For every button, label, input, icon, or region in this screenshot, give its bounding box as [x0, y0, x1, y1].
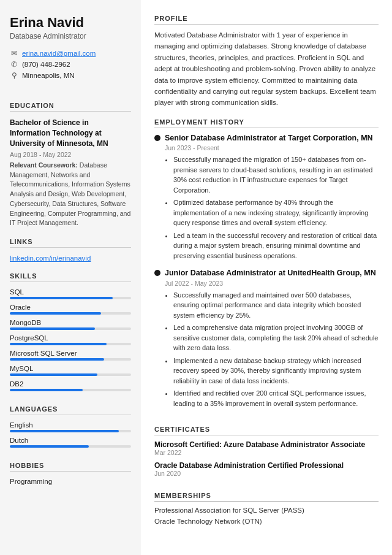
job-block: Junior Database Administrator at UnitedH…	[154, 268, 379, 408]
coursework-label: Relevant Coursework:	[10, 161, 78, 169]
jobs-list: Senior Database Administrator at Target …	[154, 133, 379, 416]
skill-bar-bg	[10, 389, 131, 391]
languages-list: English Dutch	[10, 421, 131, 452]
job-dates: Jul 2022 - May 2023	[165, 280, 379, 287]
location-item: ⚲ Minneapolis, MN	[10, 71, 131, 80]
skill-name: SQL	[10, 288, 131, 296]
candidate-name: Erina Navid	[10, 15, 131, 31]
links-label: LINKS	[10, 238, 131, 248]
skill-bar-fill	[10, 327, 95, 330]
skill-bar-fill	[10, 389, 83, 391]
certificate-block: Microsoft Certified: Azure Database Admi…	[154, 440, 379, 456]
skill-name: MySQL	[10, 365, 131, 372]
skill-bar-fill	[10, 297, 113, 299]
skill-bar-fill	[10, 312, 101, 315]
certificate-block: Oracle Database Administration Certified…	[154, 461, 379, 477]
job-dates: Jun 2023 - Present	[165, 144, 379, 151]
language-item: English	[10, 421, 131, 432]
skill-bar-bg	[10, 373, 131, 376]
skill-name: Oracle	[10, 304, 131, 311]
job-title-line: Junior Database Administrator at UnitedH…	[154, 268, 379, 279]
skill-name: DB2	[10, 380, 131, 388]
edu-coursework: Relevant Coursework: Database Management…	[10, 161, 131, 228]
certificates-list: Microsoft Certified: Azure Database Admi…	[154, 440, 379, 482]
job-title: Junior Database Administrator at UnitedH…	[165, 268, 376, 279]
certificate-date: Mar 2022	[154, 449, 379, 456]
skill-name: Microsoft SQL Server	[10, 350, 131, 357]
job-bullet: Optimized database performance by 40% th…	[173, 197, 379, 228]
skills-list: SQL Oracle MongoDB PostgreSQL Microsoft …	[10, 288, 131, 396]
job-bullet: Successfully managed and maintained over…	[173, 290, 379, 321]
language-bar-bg	[10, 445, 131, 448]
profile-section-label: PROFILE	[154, 15, 379, 25]
hobbies-label: HOBBIES	[10, 462, 131, 472]
skill-item: MongoDB	[10, 319, 131, 330]
profile-text: Motivated Database Administrator with 1 …	[154, 29, 379, 109]
skill-bar-fill	[10, 343, 107, 345]
skill-bar-fill	[10, 373, 97, 376]
edu-degree: Bachelor of Science in Information Techn…	[10, 118, 131, 148]
skill-item: MySQL	[10, 365, 131, 376]
resume-container: Erina Navid Database Administrator ✉ eri…	[0, 0, 392, 555]
hobbies-text: Programming	[10, 478, 131, 485]
skills-label: SKILLS	[10, 272, 131, 282]
language-name: Dutch	[10, 437, 131, 444]
skill-name: MongoDB	[10, 319, 131, 326]
skill-item: Oracle	[10, 304, 131, 315]
job-block: Senior Database Administrator at Target …	[154, 133, 379, 261]
linkedin-link[interactable]: linkedin.com/in/erinanavid	[10, 255, 91, 262]
job-title: Senior Database Administrator at Target …	[165, 133, 373, 144]
education-label: EDUCATION	[10, 102, 131, 112]
languages-label: LANGUAGES	[10, 405, 131, 415]
skill-item: SQL	[10, 288, 131, 299]
skill-bar-bg	[10, 312, 131, 315]
edu-dates: Aug 2018 - May 2022	[10, 151, 131, 158]
certificates-section-label: CERTIFICATES	[154, 426, 379, 435]
skill-bar-fill	[10, 358, 104, 361]
memberships-list: Professional Association for SQL Server …	[154, 507, 379, 529]
skill-bar-bg	[10, 358, 131, 361]
coursework-text: Database Management, Networks and Teleco…	[10, 161, 130, 227]
main-content: PROFILE Motivated Database Administrator…	[141, 0, 392, 555]
language-bar-fill	[10, 430, 119, 432]
skill-name: PostgreSQL	[10, 334, 131, 342]
candidate-title: Database Administrator	[10, 32, 131, 40]
language-item: Dutch	[10, 437, 131, 448]
language-name: English	[10, 421, 131, 429]
memberships-section-label: MEMBERSHIPS	[154, 492, 379, 502]
phone-text: (870) 448-2962	[22, 61, 70, 68]
email-item: ✉ erina.navid@gmail.com	[10, 49, 131, 58]
job-bullets: Successfully managed and maintained over…	[165, 290, 379, 409]
certificate-date: Jun 2020	[154, 470, 379, 477]
location-icon: ⚲	[10, 71, 18, 80]
phone-icon: ✆	[10, 60, 18, 69]
job-bullets: Successfully managed the migration of 15…	[165, 155, 379, 261]
linkedin-link-item: linkedin.com/in/erinanavid	[10, 254, 131, 262]
membership-item: Professional Association for SQL Server …	[154, 507, 379, 514]
phone-item: ✆ (870) 448-2962	[10, 60, 131, 69]
skill-bar-bg	[10, 297, 131, 299]
location-text: Minneapolis, MN	[22, 72, 75, 79]
certificate-name: Microsoft Certified: Azure Database Admi…	[154, 440, 379, 449]
job-bullet: Identified and rectified over 200 critic…	[173, 388, 379, 408]
sidebar: Erina Navid Database Administrator ✉ eri…	[0, 0, 141, 555]
language-bar-bg	[10, 430, 131, 432]
email-link[interactable]: erina.navid@gmail.com	[22, 50, 96, 57]
job-bullet: Implemented a new database backup strate…	[173, 356, 379, 386]
email-icon: ✉	[10, 49, 18, 58]
skill-item: DB2	[10, 380, 131, 391]
skill-bar-bg	[10, 327, 131, 330]
skill-item: Microsoft SQL Server	[10, 350, 131, 361]
skill-bar-bg	[10, 343, 131, 345]
job-title-line: Senior Database Administrator at Target …	[154, 133, 379, 144]
skill-item: PostgreSQL	[10, 334, 131, 345]
job-bullet: Successfully managed the migration of 15…	[173, 155, 379, 195]
employment-section-label: EMPLOYMENT HISTORY	[154, 118, 379, 128]
job-bullet: Led a team in the successful recovery an…	[173, 231, 379, 261]
job-bullet: Led a comprehensive data migration proje…	[173, 323, 379, 353]
contact-block: ✉ erina.navid@gmail.com ✆ (870) 448-2962…	[10, 49, 131, 82]
job-dot	[154, 135, 160, 141]
language-bar-fill	[10, 445, 89, 448]
job-dot	[154, 270, 160, 276]
membership-item: Oracle Technology Network (OTN)	[154, 518, 379, 525]
